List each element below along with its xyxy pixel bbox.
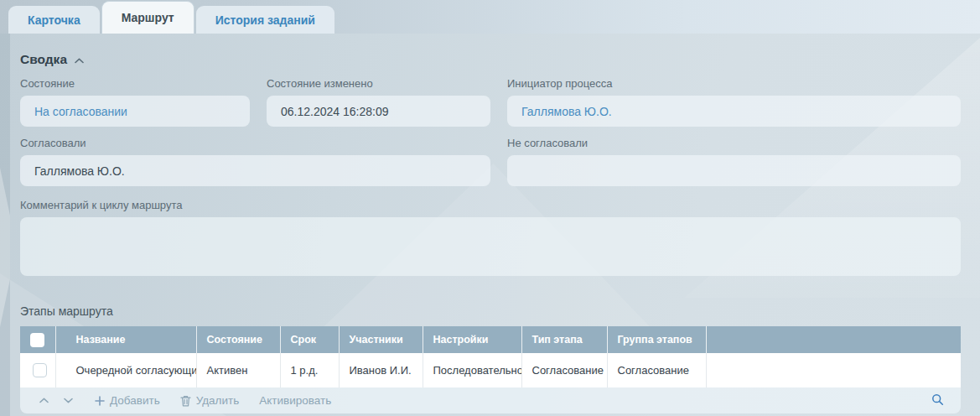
approved-field[interactable]: Галлямова Ю.О. (20, 155, 490, 186)
select-all-checkbox[interactable] (30, 333, 44, 347)
trash-icon (180, 395, 191, 407)
state-changed-field-group: Состояние изменено 06.12.2024 16:28:09 (267, 67, 490, 127)
stages-table: Название Состояние Срок Участники Настро… (20, 326, 961, 387)
stage-row[interactable]: Очередной согласующий Активен 1 р.д. Ива… (20, 353, 961, 387)
move-down-button[interactable] (56, 398, 80, 403)
state-field-group: Состояние На согласовании (20, 67, 250, 127)
state-changed-label: Состояние изменено (267, 77, 490, 90)
approved-value: Галлямова Ю.О. (34, 164, 125, 178)
stages-grid-toolbar: Добавить Удалить Активировать (20, 387, 961, 413)
stages-table-header-row: Название Состояние Срок Участники Настро… (20, 326, 961, 353)
route-cycle-comment-label: Комментарий к циклу маршрута (20, 199, 961, 211)
collapse-chevron-up-icon (75, 52, 84, 67)
route-tab-content: Сводка Состояние На согласовании Состоян… (0, 52, 980, 413)
state-value: На согласовании (34, 105, 127, 118)
stage-row-checkbox-cell (20, 353, 55, 387)
column-header-settings[interactable]: Настройки (423, 326, 521, 353)
state-label: Состояние (20, 77, 250, 90)
tab-card[interactable]: Карточка (8, 6, 100, 34)
add-stage-button[interactable]: Добавить (87, 394, 168, 407)
state-field[interactable]: На согласовании (20, 96, 250, 127)
activate-stage-button[interactable]: Активировать (251, 394, 339, 407)
stage-state-cell: Активен (196, 353, 280, 387)
tab-task-history[interactable]: История заданий (196, 6, 334, 34)
not-approved-label: Не согласовали (507, 137, 961, 149)
stage-participants-cell: Иванов И.И. (339, 353, 423, 387)
tab-bar: Карточка Маршрут История заданий (0, 0, 980, 34)
column-header-participants[interactable]: Участники (339, 326, 423, 353)
plus-icon (95, 396, 105, 406)
column-header-name[interactable]: Название (55, 326, 196, 353)
search-button[interactable] (928, 393, 947, 408)
summary-form: Состояние На согласовании Состояние изме… (20, 67, 961, 186)
stage-group-cell: Согласование (607, 353, 706, 387)
summary-title: Сводка (20, 52, 67, 67)
state-changed-value: 06.12.2024 16:28:09 (281, 105, 388, 118)
move-up-button[interactable] (32, 398, 56, 403)
column-header-stage-group[interactable]: Группа этапов (607, 326, 706, 353)
summary-section-header[interactable]: Сводка (20, 52, 84, 67)
stage-term-cell: 1 р.д. (280, 353, 339, 387)
state-changed-field[interactable]: 06.12.2024 16:28:09 (267, 96, 490, 127)
add-stage-label: Добавить (110, 394, 160, 407)
chevron-down-icon (64, 398, 73, 403)
delete-stage-label: Удалить (196, 394, 240, 407)
column-header-term[interactable]: Срок (280, 326, 339, 353)
stage-row-checkbox[interactable] (33, 363, 47, 377)
route-cycle-comment-input[interactable] (20, 217, 961, 276)
tab-route-label: Маршрут (122, 11, 174, 24)
stage-name-cell: Очередной согласующий (55, 353, 196, 387)
initiator-label: Инициатор процесса (507, 77, 961, 90)
not-approved-field[interactable] (507, 155, 961, 186)
initiator-field[interactable]: Галлямова Ю.О. (507, 96, 961, 127)
select-all-header-cell (20, 326, 55, 353)
column-header-stage-type[interactable]: Тип этапа (521, 326, 607, 353)
tab-task-history-label: История заданий (215, 13, 315, 27)
approved-field-group: Согласовали Галлямова Ю.О. (20, 127, 490, 186)
initiator-value: Галлямова Ю.О. (521, 105, 612, 118)
chevron-up-icon (39, 398, 49, 403)
stages-section-title: Этапы маршрута (20, 304, 961, 318)
stage-empty-cell (706, 353, 961, 387)
not-approved-field-group: Не согласовали (507, 127, 961, 186)
stage-settings-cell: Последовательно (423, 353, 521, 387)
stage-type-cell: Согласование (521, 353, 607, 387)
column-header-empty (706, 326, 961, 353)
tab-card-label: Карточка (28, 13, 80, 27)
activate-stage-label: Активировать (259, 394, 331, 407)
delete-stage-button[interactable]: Удалить (173, 394, 247, 407)
search-icon (931, 393, 944, 408)
approved-label: Согласовали (20, 137, 490, 149)
column-header-state[interactable]: Состояние (196, 326, 280, 353)
tab-route[interactable]: Маршрут (101, 1, 194, 34)
initiator-field-group: Инициатор процесса Галлямова Ю.О. (507, 67, 961, 127)
